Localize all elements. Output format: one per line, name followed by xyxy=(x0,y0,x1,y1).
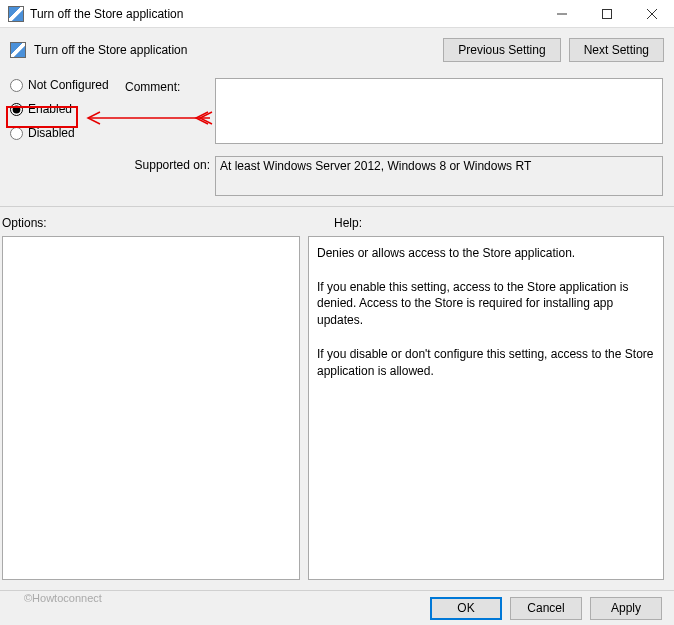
radio-not-configured-input[interactable] xyxy=(10,79,23,92)
radio-enabled[interactable]: Enabled xyxy=(10,102,109,116)
radio-not-configured-label: Not Configured xyxy=(28,78,109,92)
cancel-button[interactable]: Cancel xyxy=(510,597,582,620)
radio-enabled-input[interactable] xyxy=(10,103,23,116)
ok-button[interactable]: OK xyxy=(430,597,502,620)
apply-button[interactable]: Apply xyxy=(590,597,662,620)
svg-rect-1 xyxy=(602,9,611,18)
maximize-button[interactable] xyxy=(584,0,629,28)
window-title: Turn off the Store application xyxy=(30,7,539,21)
state-radios: Not Configured Enabled Disabled xyxy=(10,78,109,140)
window-controls xyxy=(539,0,674,28)
policy-title: Turn off the Store application xyxy=(34,43,435,57)
window-icon xyxy=(8,6,24,22)
radio-disabled[interactable]: Disabled xyxy=(10,126,109,140)
supported-text: At least Windows Server 2012, Windows 8 … xyxy=(220,159,531,173)
watermark: ©Howtoconnect xyxy=(24,592,102,604)
help-label: Help: xyxy=(334,216,362,230)
options-panel xyxy=(2,236,300,580)
content-area: Turn off the Store application Previous … xyxy=(0,28,674,590)
supported-textbox: At least Windows Server 2012, Windows 8 … xyxy=(215,156,663,196)
next-setting-button[interactable]: Next Setting xyxy=(569,38,664,62)
options-label: Options: xyxy=(2,216,47,230)
radio-disabled-input[interactable] xyxy=(10,127,23,140)
radio-enabled-label: Enabled xyxy=(28,102,72,116)
divider xyxy=(0,206,674,207)
radio-disabled-label: Disabled xyxy=(28,126,75,140)
close-button[interactable] xyxy=(629,0,674,28)
header-row: Turn off the Store application Previous … xyxy=(10,38,664,62)
help-text: Denies or allows access to the Store app… xyxy=(317,246,657,378)
minimize-button[interactable] xyxy=(539,0,584,28)
help-panel: Denies or allows access to the Store app… xyxy=(308,236,664,580)
nav-buttons: Previous Setting Next Setting xyxy=(443,38,664,62)
supported-label: Supported on: xyxy=(125,158,210,172)
comment-textarea[interactable] xyxy=(215,78,663,144)
radio-not-configured[interactable]: Not Configured xyxy=(10,78,109,92)
comment-label: Comment: xyxy=(125,80,180,94)
previous-setting-button[interactable]: Previous Setting xyxy=(443,38,560,62)
policy-icon xyxy=(10,42,26,58)
titlebar: Turn off the Store application xyxy=(0,0,674,28)
